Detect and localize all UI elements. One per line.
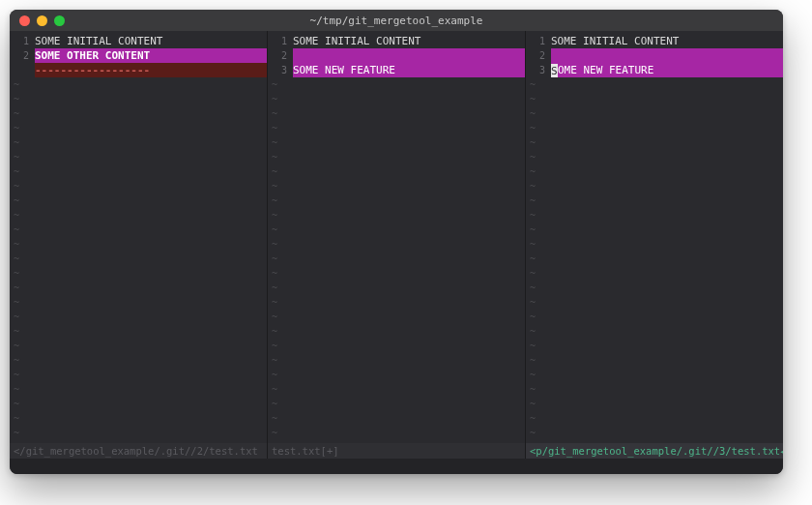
- editor-row[interactable]: ~: [526, 150, 783, 164]
- editor-row[interactable]: ~: [10, 368, 267, 382]
- editor-row[interactable]: ~: [526, 295, 783, 310]
- editor-row[interactable]: ~: [268, 295, 525, 310]
- editor-row[interactable]: ~: [268, 353, 525, 368]
- line-content[interactable]: [551, 48, 783, 63]
- editor-row[interactable]: ~: [526, 208, 783, 223]
- editor-row[interactable]: ~: [526, 266, 783, 281]
- editor-row[interactable]: 1SOME INITIAL CONTENT: [268, 34, 525, 48]
- editor-row[interactable]: ~: [526, 382, 783, 397]
- editor-row[interactable]: ~: [10, 426, 267, 440]
- editor-row[interactable]: ~: [268, 121, 525, 135]
- editor-row[interactable]: ~: [268, 397, 525, 411]
- editor-row[interactable]: ~: [526, 237, 783, 252]
- editor-row[interactable]: ~: [268, 266, 525, 281]
- editor-row[interactable]: 1SOME INITIAL CONTENT: [10, 34, 267, 48]
- editor-row[interactable]: 2: [268, 48, 525, 63]
- editor-row[interactable]: ~: [10, 266, 267, 281]
- line-content[interactable]: SOME NEW FEATURE: [293, 63, 525, 77]
- editor-row[interactable]: ~: [268, 440, 525, 443]
- editor-row[interactable]: ~: [10, 281, 267, 295]
- editor-row[interactable]: ~: [526, 135, 783, 150]
- editor-row[interactable]: ~: [526, 368, 783, 382]
- editor-row[interactable]: ~: [10, 310, 267, 324]
- editor-row[interactable]: ~: [268, 223, 525, 237]
- line-content[interactable]: [293, 48, 525, 63]
- editor-row[interactable]: ~: [10, 252, 267, 266]
- editor-row[interactable]: ~: [268, 150, 525, 164]
- editor-row[interactable]: ~: [268, 368, 525, 382]
- pane-remote[interactable]: 1SOME INITIAL CONTENT23SOME NEW FEATURE~…: [525, 31, 783, 459]
- editor-row[interactable]: ~: [526, 223, 783, 237]
- editor-row[interactable]: ~: [268, 339, 525, 353]
- editor-row[interactable]: ~: [10, 164, 267, 179]
- line-content[interactable]: SOME NEW FEATURE: [551, 63, 783, 77]
- pane-local[interactable]: 1SOME INITIAL CONTENT2SOME OTHER CONTENT…: [10, 31, 267, 459]
- editor-row[interactable]: ~: [268, 179, 525, 193]
- editor-row[interactable]: ~: [268, 382, 525, 397]
- editor-row[interactable]: ------------------: [10, 63, 267, 77]
- editor-row[interactable]: ~: [268, 252, 525, 266]
- editor-row[interactable]: ~: [10, 193, 267, 208]
- editor-row[interactable]: ~: [526, 353, 783, 368]
- editor-row[interactable]: ~: [10, 353, 267, 368]
- editor-row[interactable]: ~: [10, 135, 267, 150]
- buffer-local[interactable]: 1SOME INITIAL CONTENT2SOME OTHER CONTENT…: [10, 31, 267, 443]
- editor-row[interactable]: ~: [526, 440, 783, 443]
- editor-row[interactable]: ~: [526, 281, 783, 295]
- editor-row[interactable]: ~: [10, 106, 267, 121]
- editor-row[interactable]: 3SOME NEW FEATURE: [526, 63, 783, 77]
- line-content[interactable]: ------------------: [35, 63, 267, 77]
- editor-row[interactable]: ~: [10, 382, 267, 397]
- buffer-base[interactable]: 1SOME INITIAL CONTENT23SOME NEW FEATURE~…: [268, 31, 525, 443]
- editor-row[interactable]: ~: [268, 310, 525, 324]
- editor-row[interactable]: ~: [526, 92, 783, 106]
- pane-base[interactable]: 1SOME INITIAL CONTENT23SOME NEW FEATURE~…: [267, 31, 525, 459]
- editor-row[interactable]: ~: [10, 150, 267, 164]
- minimize-icon[interactable]: [37, 15, 47, 26]
- editor-row[interactable]: ~: [526, 310, 783, 324]
- editor-row[interactable]: ~: [10, 324, 267, 339]
- editor-row[interactable]: ~: [10, 339, 267, 353]
- editor-row[interactable]: ~: [268, 208, 525, 223]
- editor-row[interactable]: ~: [526, 106, 783, 121]
- editor-row[interactable]: ~: [10, 92, 267, 106]
- editor-row[interactable]: 3SOME NEW FEATURE: [268, 63, 525, 77]
- editor-row[interactable]: ~: [268, 135, 525, 150]
- editor-row[interactable]: ~: [526, 411, 783, 426]
- editor-row[interactable]: ~: [268, 164, 525, 179]
- editor-row[interactable]: ~: [268, 106, 525, 121]
- line-content[interactable]: SOME INITIAL CONTENT: [35, 34, 267, 48]
- zoom-icon[interactable]: [54, 15, 65, 26]
- editor-row[interactable]: ~: [10, 411, 267, 426]
- line-content[interactable]: SOME INITIAL CONTENT: [293, 34, 525, 48]
- editor-row[interactable]: ~: [526, 193, 783, 208]
- editor-row[interactable]: ~: [268, 426, 525, 440]
- editor-row[interactable]: ~: [10, 397, 267, 411]
- editor-row[interactable]: ~: [526, 397, 783, 411]
- editor-row[interactable]: ~: [10, 179, 267, 193]
- editor-row[interactable]: ~: [268, 411, 525, 426]
- editor-row[interactable]: ~: [526, 179, 783, 193]
- close-icon[interactable]: [19, 15, 30, 26]
- editor-row[interactable]: ~: [268, 324, 525, 339]
- command-line[interactable]: [10, 459, 783, 474]
- editor-row[interactable]: ~: [526, 164, 783, 179]
- editor-row[interactable]: ~: [10, 121, 267, 135]
- editor-row[interactable]: ~: [268, 237, 525, 252]
- editor-row[interactable]: ~: [10, 440, 267, 443]
- editor-row[interactable]: ~: [526, 77, 783, 92]
- editor-row[interactable]: 2: [526, 48, 783, 63]
- editor-row[interactable]: ~: [268, 281, 525, 295]
- editor-row[interactable]: ~: [10, 223, 267, 237]
- line-content[interactable]: SOME INITIAL CONTENT: [551, 34, 783, 48]
- editor-row[interactable]: ~: [526, 121, 783, 135]
- editor-row[interactable]: ~: [10, 295, 267, 310]
- editor-row[interactable]: ~: [526, 252, 783, 266]
- editor-row[interactable]: ~: [268, 92, 525, 106]
- editor-row[interactable]: 2SOME OTHER CONTENT: [10, 48, 267, 63]
- editor-row[interactable]: ~: [268, 193, 525, 208]
- editor-row[interactable]: ~: [268, 77, 525, 92]
- line-content[interactable]: SOME OTHER CONTENT: [35, 48, 267, 63]
- buffer-remote[interactable]: 1SOME INITIAL CONTENT23SOME NEW FEATURE~…: [526, 31, 783, 443]
- editor-row[interactable]: ~: [526, 339, 783, 353]
